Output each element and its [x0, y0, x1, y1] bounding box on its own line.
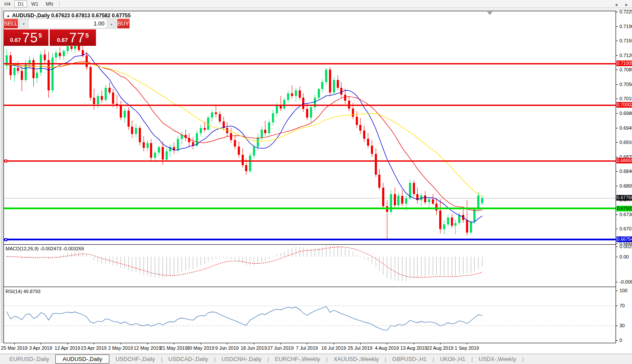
price-tick-mark [616, 186, 618, 186]
price-tick-mark [616, 41, 618, 41]
rsi-tick-label: 100 [619, 288, 627, 293]
timeframe-D1[interactable]: D1 [14, 0, 27, 7]
price-tick-label: 0.68050 [619, 183, 632, 188]
tab-xauusd-weekly[interactable]: XAUUSD-,Weekly [328, 355, 385, 363]
date-tick-mark [147, 343, 148, 345]
volume-increase-button[interactable]: ▲ [107, 19, 116, 28]
date-tick-mark [174, 343, 174, 345]
date-tick-mark [227, 343, 227, 345]
symbol-ohlc-text: AUDUSD-,Daily 0.67623 0.67813 0.67582 0.… [12, 13, 131, 19]
price-badge: 0.66754 [616, 236, 632, 242]
tab-separator: | [522, 356, 523, 362]
macd-canvas[interactable] [4, 245, 616, 287]
rsi-canvas[interactable] [4, 287, 616, 343]
collapse-triangle-icon[interactable]: ▲ [6, 14, 10, 18]
price-tick-label: 0.67010 [619, 226, 632, 231]
tab-usdx-weekly[interactable]: USDX-,Weekly [473, 355, 522, 363]
price-tick-label: 0.69800 [619, 111, 632, 116]
sell-price-pip: 5 [38, 32, 42, 39]
price-tick-label: 0.67360 [619, 212, 632, 217]
tab-usdcad-daily[interactable]: USDCAD-,Daily [163, 355, 214, 363]
price-tick-label: 0.68400 [619, 169, 632, 174]
tab-usdcnh-daily[interactable]: USDCNH-,Daily [215, 355, 267, 363]
tab-usdchf-daily[interactable]: USDCHF-,Daily [109, 355, 161, 363]
date-tick-mark [14, 343, 15, 345]
main-chart-canvas[interactable] [4, 11, 616, 244]
macd-tick-mark [616, 246, 618, 247]
macd-tick-label: -0.006326 [619, 279, 632, 284]
tab-eurchf-weekly[interactable]: EURCHF-,Weekly [269, 355, 326, 363]
price-tick-label: 0.70850 [619, 67, 632, 72]
buy-price-prefix: 0.67 [57, 36, 68, 45]
price-tick-mark [616, 55, 618, 56]
rsi-label: RSI(14) 49.8793 [6, 289, 41, 294]
buy-price[interactable]: 0.67 77 5 [50, 29, 96, 46]
rsi-tick-mark [616, 291, 618, 291]
window-left-border [2, 8, 2, 354]
timeframe-W1[interactable]: W1 [28, 0, 42, 7]
volume-stepper: ▼ ▲ [19, 19, 116, 29]
price-tick-mark [616, 70, 618, 70]
rsi-tick-label: 30 [619, 323, 625, 328]
price-tick-mark [616, 99, 618, 99]
macd-tick-mark [616, 257, 618, 257]
price-tick-label: 0.72250 [619, 9, 632, 14]
tab-eurusd-daily[interactable]: EURUSD-,Daily [3, 355, 55, 363]
tab-scroll-left-icon[interactable]: ◄ [614, 3, 618, 7]
price-badge: 0.71005 [616, 61, 632, 66]
timeframe-MN[interactable]: MN [42, 0, 57, 7]
date-tick-mark [121, 343, 121, 345]
price-tick-mark [616, 142, 618, 143]
price-badge: 0.70002 [616, 102, 632, 108]
sell-price-prefix: 0.67 [10, 36, 21, 45]
date-axis[interactable]: 25 Mar 20193 Apr 201912 Apr 201923 Apr 2… [0, 343, 632, 354]
rsi-tick-mark [616, 326, 618, 326]
rsi-tick-mark [616, 340, 618, 341]
buy-price-big: 77 [69, 32, 85, 45]
price-tick-mark [616, 113, 618, 114]
tab-gbpusd-h1[interactable]: GBPUSD-,H1 [386, 355, 432, 363]
price-badge: 0.67755 [616, 195, 632, 201]
price-tick-mark [616, 243, 618, 244]
date-tick-mark [467, 343, 467, 345]
date-tick-mark [414, 343, 414, 345]
price-tick-mark [616, 171, 618, 172]
sell-price-big: 75 [22, 32, 38, 45]
date-tick-mark [334, 343, 334, 345]
date-tick-mark [281, 343, 281, 345]
macd-tick-label: 0.00 [619, 254, 629, 259]
trade-panel: SELL ▼ ▲ BUY 0.67 75 5 0.67 77 5 [3, 19, 96, 46]
price-badge: 0.68655 [616, 158, 632, 163]
tab-ukoil-h1[interactable]: UKOil-,H1 [434, 355, 472, 363]
buy-price-pip: 5 [86, 32, 89, 39]
price-badge: 0.67501 [616, 206, 632, 211]
price-tick-label: 0.69450 [619, 125, 632, 131]
volume-decrease-button[interactable]: ▼ [19, 19, 28, 28]
macd-label: MACD(12,26,9) -0.002473 -0.003265 [6, 246, 84, 251]
timeframe-H4[interactable]: H4 [1, 0, 14, 7]
sell-button[interactable]: SELL [3, 19, 18, 29]
timeframe-toolbar: H4D1W1MN [0, 0, 632, 8]
price-tick-label: 0.71200 [619, 53, 632, 58]
price-tick-label: 0.71550 [619, 38, 632, 43]
sell-price[interactable]: 0.67 75 5 [3, 29, 48, 46]
price-tick-mark [616, 229, 618, 229]
price-tick-mark [616, 214, 618, 215]
date-tick-mark [387, 343, 387, 345]
tab-scroll-right-icon[interactable]: ► [625, 3, 629, 7]
price-tick-label: 0.69100 [619, 140, 632, 145]
price-tick-mark [616, 84, 618, 85]
macd-tick-label: 0.002574 [619, 244, 632, 249]
date-tick-mark [254, 343, 254, 345]
date-label: 1 Sep 2019 [450, 345, 484, 351]
chart-shift-marker-icon[interactable] [487, 12, 492, 15]
chart-tab-bar: EURUSD-,DailyAUDUSD-,DailyUSDCHF-,Daily|… [0, 354, 632, 364]
date-tick-mark [307, 343, 307, 345]
buy-button[interactable]: BUY [117, 19, 130, 29]
volume-input[interactable] [28, 19, 107, 28]
price-tick-label: 0.71900 [619, 24, 632, 29]
date-tick-mark [360, 343, 361, 345]
tab-audusd-daily[interactable]: AUDUSD-,Daily [55, 354, 110, 364]
price-tick-mark [616, 128, 618, 128]
rsi-tick-mark [616, 306, 618, 306]
